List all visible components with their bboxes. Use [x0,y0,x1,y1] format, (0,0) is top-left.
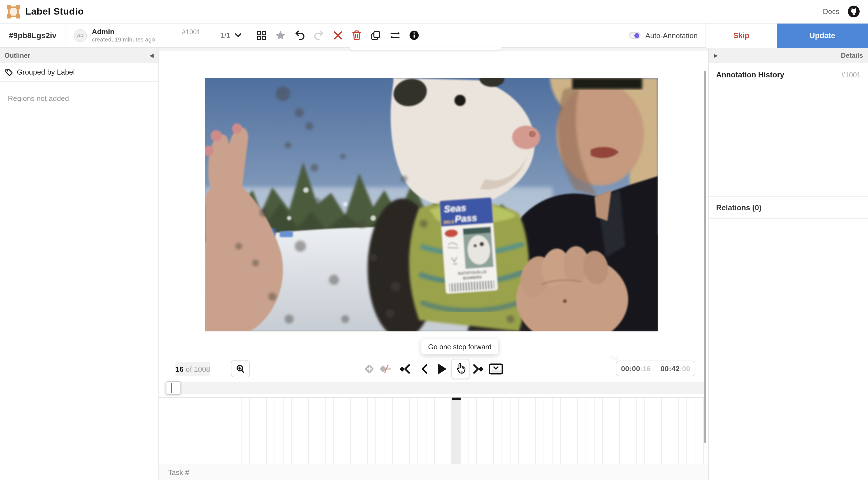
keypoint-remove-button[interactable] [378,361,394,377]
next-keypoint-button[interactable] [470,361,486,377]
zoom-button[interactable] [231,360,250,378]
outliner-title: Outliner [4,51,30,59]
details-title: Details [841,51,863,59]
frame-counter-input[interactable]: 16 of 1008 [176,362,210,376]
annotation-history-id: #1001 [841,71,861,79]
duplicate-button[interactable] [370,30,381,41]
time-position: 00:00:16 [616,361,655,376]
svg-text:201-2: 201-2 [443,219,454,224]
annotation-author: AD Admin created, 19 minutes ago [74,28,155,43]
frame-current: 16 [176,365,184,373]
auto-annotation-label: Auto-Annotation [646,31,698,39]
tag-icon [5,68,13,76]
annotation-history-section[interactable]: Annotation History #1001 [709,63,868,85]
minimap-playhead [171,383,172,393]
frames-view-toggle-button[interactable] [488,361,504,377]
step-forward-button[interactable] [451,359,470,379]
playhead-cap [452,397,461,400]
ground-truth-star-button[interactable] [275,30,286,41]
relations-section[interactable]: Relations (0) [709,196,868,219]
update-button[interactable]: Update [777,23,868,48]
timeline-frames-grid[interactable] [159,397,706,464]
timeline-minimap[interactable] [164,382,706,394]
created-meta: created, 19 minutes ago [92,36,155,43]
collapse-right-icon[interactable]: ▶ [714,53,718,58]
annotation-history-title: Annotation History [716,71,784,79]
frame-total: of 1008 [186,365,210,373]
undo-button[interactable] [294,30,305,41]
playhead-column[interactable] [452,397,461,464]
annotation-id: #1001 [182,28,200,36]
divider [66,23,66,48]
time-length: 00:42:00 [655,361,695,376]
avatar: AD [74,29,87,42]
top-bar: Label Studio Docs [0,0,868,24]
view-all-button[interactable] [256,30,267,41]
svg-text:Pass: Pass [455,212,477,224]
reject-button[interactable] [332,30,343,41]
previous-keypoint-button[interactable] [397,361,413,377]
video-canvas[interactable]: Seas Pass 201-2 RATATOUILLE BOWERS [205,78,658,331]
settings-sliders-button[interactable] [389,30,400,41]
workspace-top-strip [159,48,708,51]
annotation-actions [256,30,420,41]
github-icon[interactable] [847,5,860,18]
tooltip: Go one step forward [422,339,498,354]
player-controls: 16 of 1008 [159,357,708,382]
main-workspace: Seas Pass 201-2 RATATOUILLE BOWERS [159,48,708,480]
user-name: Admin [92,28,155,36]
info-button[interactable] [408,30,420,41]
chevron-down-icon [235,33,241,37]
regions-empty-note: Regions not added [0,82,158,115]
task-footer: Task # [159,464,708,480]
step-backward-button[interactable] [416,361,432,377]
minimap-thumb[interactable] [166,381,181,395]
collapse-left-icon[interactable]: ◀ [150,53,154,58]
svg-text:Seas: Seas [443,202,466,214]
time-display: 00:00:16 00:42:00 [616,361,695,376]
annotation-toolbar: #9pb8Lgs2iv AD Admin created, 19 minutes… [0,24,868,48]
group-by-label-button[interactable]: Grouped by Label [0,63,158,82]
label-studio-logo-icon [6,4,21,19]
pager-value: 1/1 [221,31,230,39]
tooltip-text: Go one step forward [428,343,492,351]
label-studio-app: Label Studio Docs #9pb8Lgs2iv AD Admin c… [0,0,868,480]
outliner-panel: Outliner ◀ Grouped by Label Regions not … [0,48,159,480]
task-id: #9pb8Lgs2iv [0,31,66,40]
auto-annotation-toggle[interactable] [629,32,641,39]
toggle-knob [634,33,639,38]
outliner-header: Outliner ◀ [0,48,158,63]
redo-button[interactable] [313,30,324,41]
skip-button[interactable]: Skip [706,23,777,48]
keypoint-add-button[interactable] [362,361,377,377]
floating-toolbar-edge [350,47,501,51]
group-by-label-text: Grouped by Label [17,68,75,76]
annotation-pager[interactable]: 1/1 [221,31,241,39]
app-title: Label Studio [25,6,84,17]
frame-gridlines [241,397,706,464]
hand-cursor-icon [454,362,466,376]
details-header: ▶ Details [709,48,868,63]
relations-title: Relations (0) [716,203,762,212]
docs-link[interactable]: Docs [823,7,839,16]
delete-button[interactable] [351,30,362,41]
vertical-scrollbar[interactable] [704,71,706,443]
task-label: Task # [168,468,189,476]
play-button[interactable] [434,361,450,377]
details-panel: ▶ Details Annotation History #1001 Relat… [708,48,868,480]
